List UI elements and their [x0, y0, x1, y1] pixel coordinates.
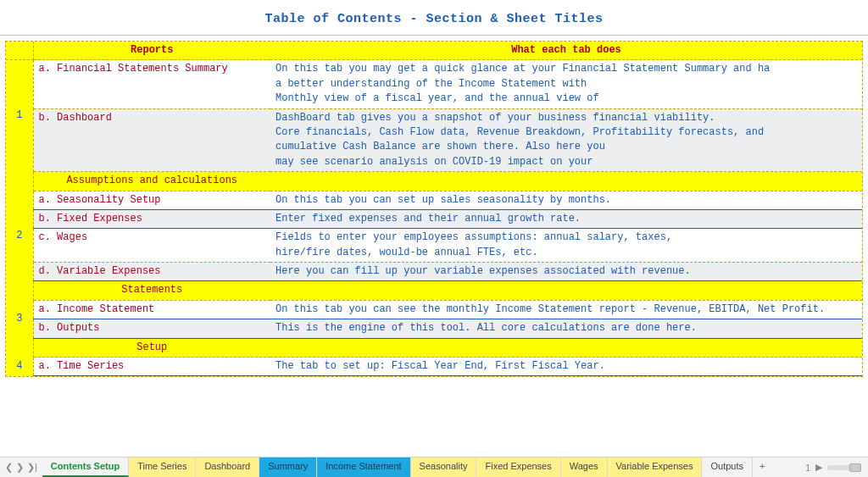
group-number-cell	[6, 338, 33, 357]
header-num	[6, 42, 33, 60]
sheet-tab[interactable]: Outputs	[702, 458, 753, 477]
sheet-tab[interactable]: Income Statement	[317, 458, 410, 477]
sheet-tab[interactable]: Variable Expenses	[608, 458, 703, 477]
header-reports: Reports	[33, 42, 270, 60]
sheet-tabs: Contents SetupTime SeriesDashboardSummar…	[42, 458, 753, 477]
sheet-tab[interactable]: Seasonality	[411, 458, 477, 477]
page-title: Table of Contents - Section & Sheet Titl…	[0, 0, 868, 35]
section-row: Setup	[6, 338, 862, 357]
tab-scroll-right: 1 ▶	[805, 458, 868, 477]
section-row: Assumptions and calculations	[6, 172, 862, 191]
item-name[interactable]: d. Variable Expenses	[33, 263, 270, 281]
sheet-tab-bar: ❮ ❯ ❯| Contents SetupTime SeriesDashboar…	[0, 457, 868, 477]
toc-row: 1a. Financial Statements SummaryOn this …	[6, 60, 862, 108]
sheet-tab[interactable]: Dashboard	[196, 458, 259, 477]
nav-prev-icon[interactable]: ❯	[16, 462, 24, 473]
toc-row: d. Variable ExpensesHere you can fill up…	[6, 263, 862, 281]
group-number-cell	[6, 281, 33, 300]
item-desc: The tab to set up: Fiscal Year End, Firs…	[270, 358, 862, 376]
item-desc: This is the engine of this tool. All cor…	[270, 319, 862, 338]
toc-grid: Reports What each tab does 1a. Financial…	[5, 41, 863, 377]
section-desc-blank	[270, 338, 862, 357]
toc-row: b. Fixed ExpensesEnter fixed expenses an…	[6, 209, 862, 228]
group-number: 2	[6, 191, 33, 281]
nav-last-icon[interactable]: ❯|	[27, 462, 37, 473]
item-name[interactable]: a. Financial Statements Summary	[33, 60, 270, 108]
group-number-cell	[6, 172, 33, 191]
toc-row: b. OutputsThis is the engine of this too…	[6, 319, 862, 338]
item-desc: On this tab you may get a quick glance a…	[270, 60, 862, 108]
tab-nav: ❮ ❯ ❯|	[0, 458, 42, 477]
sheet-tab[interactable]: Wages	[561, 458, 608, 477]
divider	[0, 35, 868, 36]
nav-first-icon[interactable]: ❮	[5, 462, 13, 473]
item-name[interactable]: b. Fixed Expenses	[33, 209, 270, 228]
section-title: Setup	[33, 338, 270, 357]
toc-table: Reports What each tab does 1a. Financial…	[6, 42, 862, 376]
sheet-tab[interactable]: Contents Setup	[42, 458, 129, 477]
toc-row: b. DashboardDashBoard tab gives you a sn…	[6, 108, 862, 172]
item-desc: Fields to enter your employees assumptio…	[270, 229, 862, 263]
item-desc: Here you can fill up your variable expen…	[270, 263, 862, 281]
scroll-arrow-icon[interactable]: ▶	[815, 462, 822, 473]
section-title: Assumptions and calculations	[33, 172, 270, 191]
add-sheet-button[interactable]: +	[753, 458, 771, 477]
sheet-tab[interactable]: Time Series	[129, 458, 196, 477]
item-name[interactable]: a. Time Series	[33, 358, 270, 376]
item-name[interactable]: c. Wages	[33, 229, 270, 263]
item-desc: DashBoard tab gives you a snapshot of yo…	[270, 108, 862, 172]
group-number: 4	[6, 358, 33, 376]
item-desc: On this tab you can see the monthly Inco…	[270, 300, 862, 319]
section-row: Statements	[6, 281, 862, 300]
item-name[interactable]: a. Seasonality Setup	[33, 191, 270, 209]
scroll-thumb[interactable]	[849, 463, 861, 472]
scroll-track[interactable]	[827, 465, 861, 470]
item-desc: Enter fixed expenses and their annual gr…	[270, 209, 862, 228]
section-desc-blank	[270, 172, 862, 191]
sheet-tab[interactable]: Summary	[259, 458, 317, 477]
sheet-tab[interactable]: Fixed Expenses	[476, 458, 560, 477]
group-number: 3	[6, 300, 33, 338]
toc-row: c. WagesFields to enter your employees a…	[6, 229, 862, 263]
item-name[interactable]: a. Income Statement	[33, 300, 270, 319]
item-name[interactable]: b. Dashboard	[33, 108, 270, 172]
section-desc-blank	[270, 281, 862, 300]
section-title: Statements	[33, 281, 270, 300]
header-row: Reports What each tab does	[6, 42, 862, 60]
toc-row: 2a. Seasonality SetupOn this tab you can…	[6, 191, 862, 209]
toc-row: 3a. Income StatementOn this tab you can …	[6, 300, 862, 319]
item-desc: On this tab you can set up sales seasona…	[270, 191, 862, 209]
group-number: 1	[6, 60, 33, 172]
toc-row: 4a. Time SeriesThe tab to set up: Fiscal…	[6, 358, 862, 376]
scroll-pos: 1	[805, 463, 810, 473]
item-name[interactable]: b. Outputs	[33, 319, 270, 338]
header-what: What each tab does	[270, 42, 862, 60]
